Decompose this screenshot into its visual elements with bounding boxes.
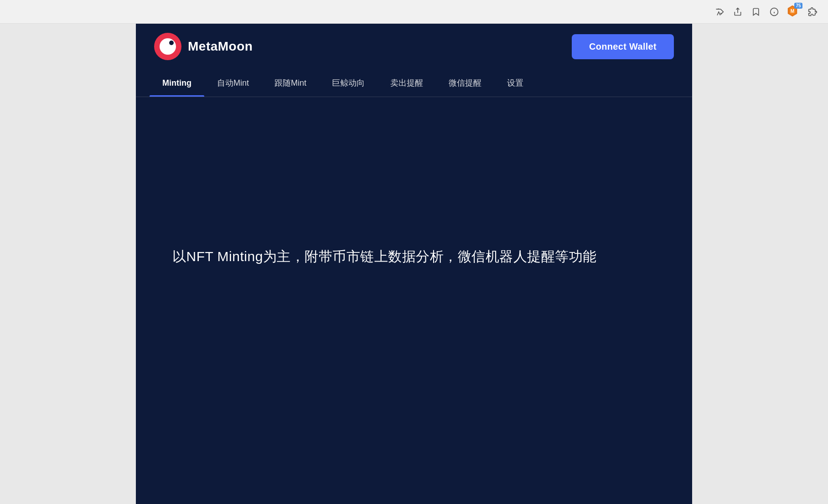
tab-minting[interactable]: Minting [150,70,204,96]
tab-settings[interactable]: 设置 [494,69,536,97]
metamask-icon[interactable]: M 75 [786,5,801,19]
tab-sell-alert[interactable]: 卖出提醒 [378,69,436,97]
tagline-text: 以NFT Minting为主，附带币市链上数据分析，微信机器人提醒等功能 [172,246,597,267]
metamask-badge-count: 75 [794,3,802,9]
share-icon[interactable] [731,5,744,18]
translate-icon[interactable] [713,5,726,18]
svg-point-7 [160,38,176,55]
app-container: MetaMoon Connect Wallet Minting 自动Mint 跟… [136,24,692,504]
tab-whale-trend[interactable]: 巨鲸动向 [319,69,378,97]
info-icon[interactable] [768,5,781,18]
svg-text:M: M [791,9,794,14]
app-header: MetaMoon Connect Wallet [136,24,692,69]
app-title: MetaMoon [188,39,253,54]
logo-area: MetaMoon [154,33,253,60]
page-wrapper: MetaMoon Connect Wallet Minting 自动Mint 跟… [0,24,828,504]
svg-point-8 [169,41,174,45]
app-logo [154,33,181,60]
tab-wechat-alert[interactable]: 微信提醒 [436,69,494,97]
nav-tabs: Minting 自动Mint 跟随Mint 巨鲸动向 卖出提醒 微信提醒 设置 [136,69,692,97]
main-content: 以NFT Minting为主，附带币市链上数据分析，微信机器人提醒等功能 [136,97,692,416]
tab-auto-mint[interactable]: 自动Mint [204,69,262,97]
extensions-icon[interactable] [806,5,819,18]
bookmark-icon[interactable] [750,5,762,18]
tab-follow-mint[interactable]: 跟随Mint [262,69,319,97]
connect-wallet-button[interactable]: Connect Wallet [572,34,674,59]
browser-chrome: M 75 [0,0,828,24]
